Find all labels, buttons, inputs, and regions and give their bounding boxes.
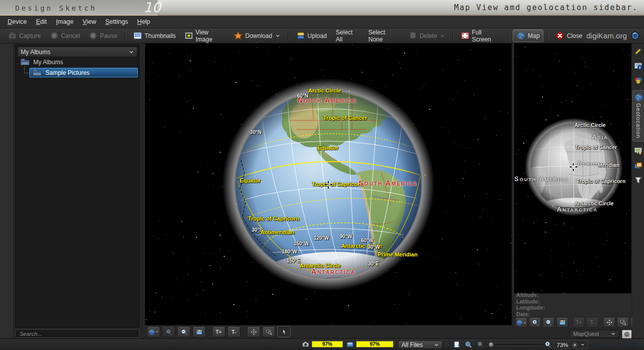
thumb-bigger-button[interactable]: T+ [212,326,225,337]
cursor-icon [281,329,287,335]
geo-provider-row: MapQuest [514,330,631,339]
select-mode-button[interactable] [277,326,290,337]
geo-zoom-in-button[interactable] [529,317,541,328]
zoom-level-combo[interactable]: 73% [554,340,588,349]
camera-progress-value: 97% [322,341,332,347]
chev-icon [440,33,445,38]
map-label-arctic-circle: Arctic Circle [308,88,341,94]
toolbar-view-image[interactable]: View Image [181,27,229,45]
map-label-150-w: 150°W [293,240,309,246]
pencil-icon [634,47,642,56]
zoom-fit-icon[interactable] [465,341,472,348]
projection-button[interactable] [147,326,160,337]
toolbar-select-all[interactable]: Select All [332,27,363,45]
globe-icon [624,331,630,337]
menu-help[interactable]: Help [133,16,155,28]
toolbar-full-screen[interactable]: Full Screen [457,27,505,45]
zoom-out-icon [181,329,187,335]
zoom-region-button[interactable] [262,326,275,337]
provider-globe-button[interactable] [622,330,632,339]
digikam-label: digiKam.org [586,31,627,40]
map-zoom-in-button[interactable] [162,326,175,337]
first-image-button[interactable] [598,340,608,349]
geo-thumb-smaller-button[interactable]: T- [586,317,599,328]
tree-item-sample-pictures[interactable]: Sample Pictures [29,68,138,77]
tab-versions[interactable] [632,160,644,171]
tab-filters[interactable] [632,175,644,186]
zoom-in-icon[interactable] [544,341,552,348]
toolbar-delete[interactable]: Delete [405,29,450,42]
img-toggle-icon [196,329,203,335]
map-label-tropic-of-cancer: Tropic of Cancer [575,144,617,150]
show-thumbnails-button[interactable] [192,326,206,337]
tab-captions[interactable] [632,146,644,156]
tree-item-my-albums[interactable]: My Albums [20,58,63,66]
geo-zoom-region-button[interactable] [617,317,629,328]
left-sidebar-strip [0,43,14,338]
geo-field-date-: Date: [516,311,545,318]
tab-colors[interactable] [632,75,644,86]
geo-pan-mode-button[interactable] [603,317,615,328]
capture-icon [8,31,17,40]
menu-image[interactable]: Image [52,16,78,28]
zoom-slider[interactable] [486,340,543,349]
zoom-out-icon[interactable] [477,341,484,348]
toolbar-upload[interactable]: Upload [292,29,331,42]
map-label-tropic-of-cancer: Tropic of Cancer [323,115,367,121]
last-image-button[interactable] [634,340,644,349]
status-bar: 97% 97% All Files 73% [0,338,644,350]
pan-mode-button[interactable] [247,326,260,337]
album-view-combo[interactable]: My Albums [17,47,137,57]
fit-to-window-icon[interactable] [454,341,461,348]
brand-version: 10 [143,0,161,15]
toolbar-select-none[interactable]: Select None [364,27,403,45]
map-view[interactable]: Arctic Circle60°NNorth AmericaTropic of … [145,43,512,325]
map-label-30-n: 30°N [250,129,261,135]
clear-icon[interactable] [572,342,578,348]
map-label-180-w: 180°W [282,249,297,254]
toolbar-download[interactable]: Download [230,29,284,42]
map-label-equator: Equator [317,145,338,151]
toolbar-close[interactable]: Close [552,29,586,42]
tab-properties[interactable] [632,46,644,57]
thumb-smaller-button[interactable]: T- [227,326,240,337]
pan-icon [606,319,613,326]
toolbar-pause[interactable]: Pause [85,29,121,42]
map-label-30-w: 30°W [368,244,380,250]
geo-zoom-out-button[interactable] [542,317,555,328]
digikam-link[interactable]: digiKam.org [586,31,640,40]
zoom-in-icon [532,319,538,326]
map-zoom-out-button[interactable] [177,326,190,337]
toolbar-map[interactable]: Map [513,29,543,42]
map-label-120-w: 120°W [314,235,329,240]
toolbar-cancel[interactable]: Cancel [46,29,84,42]
view-image-icon [185,31,193,40]
map-label-tropic-of-capricorn: Tropic of Capricorn [576,178,625,184]
geo-thumb-bigger-button[interactable]: T+ [573,317,585,328]
chevron-down-icon [611,331,616,336]
toolbar-separator [288,31,289,41]
camera-lens-icon [630,31,640,40]
geo-projection-button[interactable] [515,317,527,328]
file-filter-combo[interactable]: All Files [398,340,442,349]
menu-device[interactable]: Device [3,16,31,28]
tab-metadata[interactable] [632,61,644,71]
slider-knob[interactable] [488,342,494,347]
menu-view[interactable]: View [78,16,101,28]
next-image-button[interactable] [624,340,634,349]
map-label-90-w: 90°W [340,233,353,239]
toolbar-thumbnails[interactable]: Thumbnails [129,29,180,42]
geolocation-map[interactable]: Arctic CircleAsiaTropic of CancerAfricaM… [514,43,631,293]
search-input[interactable] [15,329,139,338]
previous-image-button[interactable] [610,340,620,349]
zoom-rect-icon [266,329,272,335]
toolbar-capture[interactable]: Capture [4,29,45,42]
brand-title: Design Sketch [15,4,97,12]
geo-map-toolbar: T+T- [515,317,642,328]
geo-show-thumbnails-button[interactable] [556,317,568,328]
tab-geolocation[interactable]: Geolocation [632,90,644,142]
map-provider-combo[interactable]: MapQuest [570,330,619,338]
map-label-south-america: South America [359,179,418,187]
menu-edit[interactable]: Edit [31,16,52,28]
menu-settings[interactable]: Settings [101,16,132,28]
